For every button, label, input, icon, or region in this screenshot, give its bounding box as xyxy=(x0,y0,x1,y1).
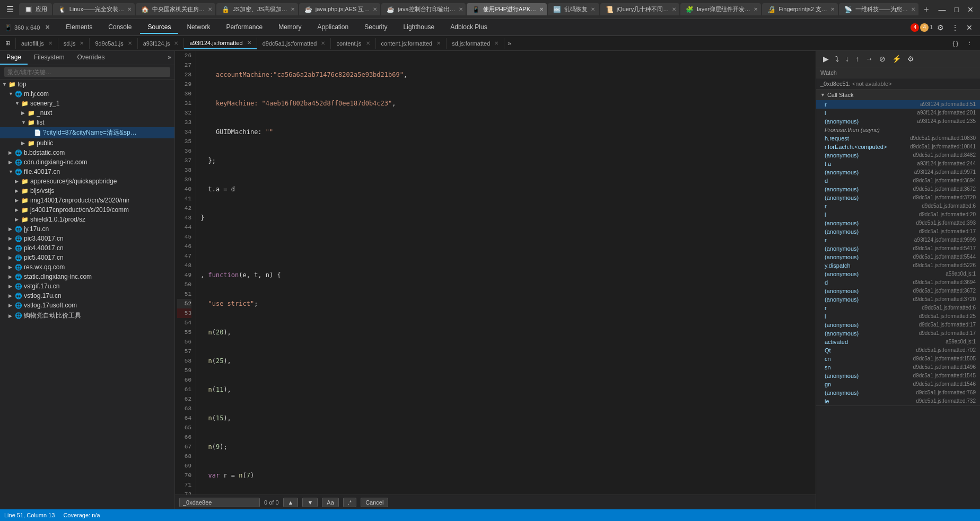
code-area[interactable]: 26 27 28 29 30 31 32 33 34 35 36 37 38 3… xyxy=(175,51,816,494)
tab-memory[interactable]: Memory xyxy=(271,21,309,34)
call-stack-item[interactable]: (anonymous) d9dc5a1.js:formatted:5417 xyxy=(816,244,980,253)
call-stack-item[interactable]: (anonymous) d9dc5a1.js:formatted:769 xyxy=(816,388,980,397)
file-tab-close-icon[interactable]: ✕ xyxy=(436,40,441,46)
settings-button[interactable]: ⚙ xyxy=(934,21,947,34)
call-stack-item[interactable]: (anonymous) d9dc5a1.js:formatted:3672 xyxy=(816,185,980,193)
more-button[interactable]: ⋮ xyxy=(948,21,962,34)
new-tab-button[interactable]: + xyxy=(920,3,933,16)
file-tab-close-icon[interactable]: ✕ xyxy=(174,40,178,46)
file-tab-a93f124[interactable]: a93f124.js ✕ xyxy=(138,38,185,49)
device-toggle[interactable]: ✕ xyxy=(42,22,53,33)
tree-item-appresource[interactable]: ▶ 📁 appresource/js/quickappbridge xyxy=(0,176,174,186)
tree-item-vstlog-soft[interactable]: ▶ 🌐 vstlog.17usoft.com xyxy=(0,301,174,310)
call-stack-item[interactable]: activated a59ac0d.js:1 xyxy=(816,338,980,346)
file-tab-a93f124-formatted[interactable]: a93f124.js:formatted ✕ xyxy=(184,38,257,49)
tab-close-icon[interactable]: ✕ xyxy=(459,6,463,12)
call-stack-item[interactable]: (anonymous) a93f124.js:formatted:9971 xyxy=(816,168,980,176)
tree-item-bdstatic[interactable]: ▶ 🌐 b.bdstatic.com xyxy=(0,148,174,157)
tab-lighthouse[interactable]: Lighthouse xyxy=(396,21,442,34)
file-tab-content-formatted[interactable]: content.js:formatted ✕ xyxy=(376,38,447,49)
tree-item-pic5[interactable]: ▶ 🌐 pic5.40017.cn xyxy=(0,253,174,262)
filesystem-tab[interactable]: Filesystem xyxy=(28,51,71,65)
call-stack-item[interactable]: l d9dc5a1.js:formatted:25 xyxy=(816,312,980,321)
call-stack-item[interactable]: (anonymous) d9dc5a1.js:formatted:393 xyxy=(816,219,980,227)
file-tab-close-icon[interactable]: ✕ xyxy=(494,40,498,46)
tab-close-icon[interactable]: ✕ xyxy=(373,6,377,12)
call-stack-item[interactable]: (anonymous) d9dc5a1.js:formatted:17 xyxy=(816,329,980,338)
file-tab-close-icon[interactable]: ✕ xyxy=(366,40,370,46)
file-tab-9d9c5a1[interactable]: 9d9c5a1.js ✕ xyxy=(90,38,137,49)
tree-item-cdndingxiang[interactable]: ▶ 🌐 cdn.dingxiang-inc.com xyxy=(0,157,174,167)
tab-close-icon[interactable]: ✕ xyxy=(539,6,544,12)
pause-on-exceptions-button[interactable]: ⚡ xyxy=(889,53,904,65)
call-stack-header[interactable]: ▼ Call Stack xyxy=(816,90,980,100)
minimize-button[interactable]: — xyxy=(935,3,949,16)
step-into-button[interactable]: ↓ xyxy=(843,53,852,65)
tab-close-icon[interactable]: ✕ xyxy=(127,6,132,12)
call-stack-item[interactable]: (anonymous) a93f124.js:formatted:235 xyxy=(816,117,980,126)
browser-tab-luanma[interactable]: 🔤 乱码恢复 ✕ xyxy=(548,3,599,15)
tree-item-bijs[interactable]: ▶ 📁 bijs/vstjs xyxy=(0,186,174,196)
browser-tab-linux[interactable]: 🐧 Linux——完全安装… ✕ xyxy=(53,3,135,15)
browser-tab-jquery[interactable]: 📜 jQuery几十种不同… ✕ xyxy=(600,3,680,15)
overrides-tab[interactable]: Overrides xyxy=(71,51,111,65)
call-stack-item[interactable]: (anonymous) d9dc5a1.js:formatted:3720 xyxy=(816,295,980,304)
call-stack-item[interactable]: l a93f124.js:formatted:201 xyxy=(816,109,980,117)
call-stack-item[interactable]: ie d9dc5a1.js:formatted:732 xyxy=(816,397,980,405)
call-stack-item[interactable]: y.dispatch d9dc5a1.js:formatted:5226 xyxy=(816,261,980,270)
tree-item-shield[interactable]: ▶ 📁 shield/1.0.1/prod/sz xyxy=(0,215,174,224)
tree-item-file40017[interactable]: ▼ 🌐 file.40017.cn xyxy=(0,167,174,176)
close-button[interactable]: ✕ xyxy=(964,3,977,16)
tab-security[interactable]: Security xyxy=(357,21,395,34)
file-tab-d9dc5a1-formatted[interactable]: d9dc5a1.js:formatted ✕ xyxy=(257,38,331,49)
browser-tab-java[interactable]: ☕ java,php,js;AES 互… ✕ xyxy=(299,3,381,15)
format-button[interactable]: { } xyxy=(950,38,961,49)
page-tab[interactable]: Page xyxy=(0,51,28,65)
step-out-button[interactable]: ↑ xyxy=(853,53,862,65)
call-stack-item[interactable]: (anonymous) d9dc5a1.js:formatted:8482 xyxy=(816,151,980,160)
tree-item-img140017[interactable]: ▶ 📁 img140017cnproduct/cn/s/2020/mir xyxy=(0,196,174,205)
call-stack-item[interactable]: gn d9dc5a1.js:formatted:1546 xyxy=(816,380,980,388)
search-next-button[interactable]: ▼ xyxy=(302,498,318,507)
tree-item-pic3[interactable]: ▶ 🌐 pic3.40017.cn xyxy=(0,234,174,243)
settings-button[interactable]: ⚙ xyxy=(905,53,917,65)
browser-tab-javakong[interactable]: ☕ java控制台打印输出… ✕ xyxy=(381,3,466,15)
tree-item-nuxt[interactable]: ▶ 📁 _nuxt xyxy=(0,108,174,118)
file-tab-autofill[interactable]: autofill.js ✕ xyxy=(16,38,58,49)
tab-elements[interactable]: Elements xyxy=(58,21,100,34)
tab-performance[interactable]: Performance xyxy=(218,21,270,34)
call-stack-item[interactable]: cn d9dc5a1.js:formatted:1505 xyxy=(816,355,980,363)
call-stack-item[interactable]: (anonymous) d9dc5a1.js:formatted:5544 xyxy=(816,253,980,261)
file-tab-close-icon[interactable]: ✕ xyxy=(247,40,251,46)
tree-item-reswx[interactable]: ▶ 🌐 res.wx.qq.com xyxy=(0,262,174,272)
match-case-button[interactable]: Aa xyxy=(322,498,338,507)
tree-item-static-dingxiang[interactable]: ▶ 🌐 static.dingxiang-inc.com xyxy=(0,272,174,281)
browser-menu-icon[interactable]: ☰ xyxy=(3,4,17,14)
deactivate-breakpoints-button[interactable]: ⊘ xyxy=(877,53,888,65)
tab-overflow-arrow[interactable]: » xyxy=(504,38,514,49)
tab-close-icon[interactable]: ✕ xyxy=(208,6,212,12)
call-stack-item[interactable]: r d9dc5a1.js:formatted:6 xyxy=(816,304,980,312)
tab-network[interactable]: Network xyxy=(179,21,217,34)
step-button[interactable]: → xyxy=(863,53,876,65)
file-search-input[interactable] xyxy=(4,67,170,77)
tree-root-top[interactable]: ▼ 📁 top xyxy=(0,80,174,89)
search-prev-button[interactable]: ▲ xyxy=(283,498,299,507)
regex-button[interactable]: .* xyxy=(343,498,356,507)
file-tab-close-icon[interactable]: ✕ xyxy=(80,40,84,46)
file-tab-sd[interactable]: sd.js ✕ xyxy=(58,38,90,49)
call-stack-item[interactable]: (anonymous) d9dc5a1.js:formatted:3672 xyxy=(816,287,980,295)
tree-item-mlycom[interactable]: ▼ 🌐 m.ly.com xyxy=(0,89,174,99)
call-stack-item[interactable]: r d9dc5a1.js:formatted:6 xyxy=(816,202,980,210)
call-stack-item[interactable]: d d9dc5a1.js:formatted:3694 xyxy=(816,278,980,287)
file-tab-content[interactable]: content.js ✕ xyxy=(331,38,375,49)
search-input[interactable] xyxy=(179,498,260,507)
call-stack-item[interactable]: (anonymous) a59ac0d.js:1 xyxy=(816,270,980,278)
call-stack-item[interactable]: d d9dc5a1.js:formatted:3694 xyxy=(816,176,980,185)
call-stack-item[interactable]: sn d9dc5a1.js:formatted:1496 xyxy=(816,363,980,372)
tree-item-vstlog[interactable]: ▶ 🌐 vstlog.17u.cn xyxy=(0,291,174,301)
call-stack-item[interactable]: h.request d9dc5a1.js:formatted:10830 xyxy=(816,134,980,143)
tab-adblock[interactable]: Adblock Plus xyxy=(443,21,494,34)
file-tab-close-icon[interactable]: ✕ xyxy=(128,40,132,46)
tree-item-jy17u[interactable]: ▶ 🌐 jy.17u.cn xyxy=(0,224,174,234)
